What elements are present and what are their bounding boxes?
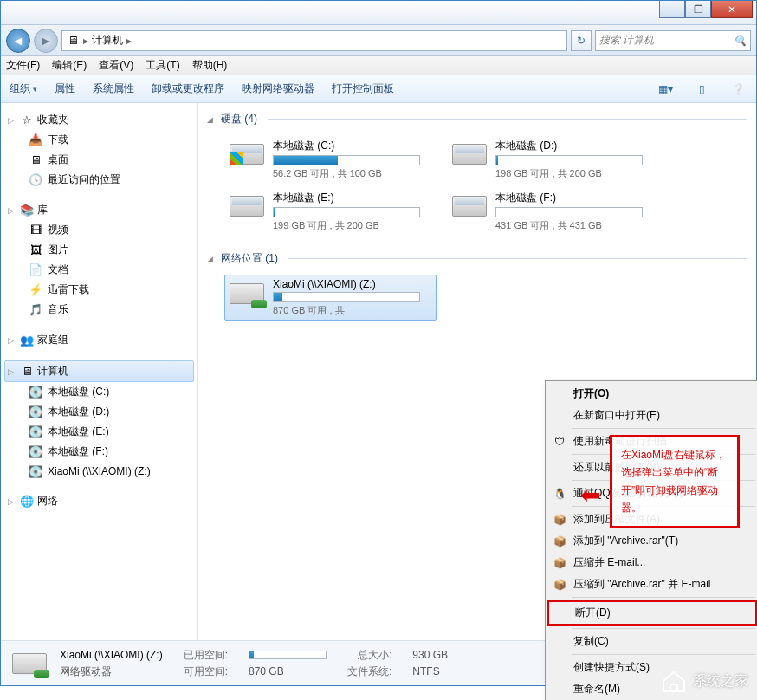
computer-icon: 🖥	[20, 365, 34, 379]
nav-drive-c[interactable]: 💽本地磁盘 (C:)	[4, 382, 194, 402]
toolbar: 组织 属性 系统属性 卸载或更改程序 映射网络驱动器 打开控制面板 ▦▾ ▯ ❔	[1, 75, 756, 103]
ctx-copy[interactable]: 复制(C)	[547, 631, 757, 652]
group-network[interactable]: ◢网络位置 (1)	[207, 248, 747, 269]
preview-pane-button[interactable]: ▯	[692, 80, 711, 99]
qq-icon: 🐧	[553, 487, 566, 501]
drive-icon: 💽	[29, 445, 42, 459]
navbar: ◄ ► 🖥 ▸ 计算机 ▸ ↻ 搜索 计算机 🔍	[1, 25, 756, 56]
ctx-disconnect[interactable]: 断开(D)	[547, 600, 757, 626]
ctx-addrar[interactable]: 📦添加到 "Archive.rar"(T)	[547, 530, 757, 552]
status-title: XiaoMi (\\XIAOMI) (Z:)	[60, 649, 163, 661]
netdrive-icon: 💽	[29, 464, 42, 478]
nav-network[interactable]: ▷🌐网络	[4, 491, 194, 511]
watermark: 系统之家	[660, 669, 748, 693]
close-button[interactable]: ✕	[711, 1, 753, 18]
properties-button[interactable]: 属性	[55, 81, 75, 96]
nav-pictures[interactable]: 🖼图片	[4, 240, 194, 260]
menu-file[interactable]: 文件(F)	[6, 58, 40, 73]
nav-music[interactable]: 🎵音乐	[4, 300, 194, 320]
address-bar[interactable]: 🖥 ▸ 计算机 ▸	[61, 30, 567, 51]
maximize-button[interactable]: ❐	[685, 1, 711, 18]
view-options-button[interactable]: ▦▾	[656, 80, 675, 99]
status-free-label: 可用空间:	[184, 664, 228, 679]
organize-button[interactable]: 组织	[10, 81, 37, 96]
sidebar: ▷☆收藏夹 📥下载 🖥桌面 🕓最近访问的位置 ▷📚库 🎞视频 🖼图片 📄文档 ⚡…	[1, 103, 198, 640]
breadcrumb-sep: ▸	[126, 35, 132, 47]
sysprops-button[interactable]: 系统属性	[93, 81, 134, 96]
network-icon: 🌐	[20, 495, 34, 509]
search-icon: 🔍	[734, 35, 747, 47]
nav-drive-e[interactable]: 💽本地磁盘 (E:)	[4, 422, 194, 442]
ctx-open[interactable]: 打开(O)	[547, 383, 757, 405]
music-icon: 🎵	[29, 303, 42, 317]
drive-item[interactable]: 本地磁盘 (C:) 56.2 GB 可用 , 共 100 GB	[224, 135, 437, 184]
content-pane: ◢硬盘 (4) 本地磁盘 (C:) 56.2 GB 可用 , 共 100 GB …	[198, 103, 756, 640]
menubar: 文件(F) 编辑(E) 查看(V) 工具(T) 帮助(H)	[1, 56, 756, 75]
drive-name: 本地磁盘 (F:)	[495, 191, 656, 205]
nav-drive-z[interactable]: 💽XiaoMi (\\XIAOMI) (Z:)	[4, 462, 194, 481]
nav-computer[interactable]: ▷🖥计算机	[4, 360, 194, 382]
drive-icon	[450, 191, 488, 222]
drive-icon: 💽	[29, 405, 42, 419]
computer-icon: 🖥	[66, 34, 80, 48]
drive-bar	[495, 207, 643, 217]
breadcrumb-sep: ▸	[83, 35, 88, 47]
nav-homegroup[interactable]: ▷👥家庭组	[4, 330, 194, 350]
star-icon: ☆	[20, 113, 34, 127]
nav-libraries[interactable]: ▷📚库	[4, 200, 194, 220]
drive-stat: 870 GB 可用 , 共	[273, 304, 433, 317]
annotation-arrow: ⬅	[580, 481, 600, 509]
forward-button[interactable]: ►	[34, 29, 58, 53]
menu-edit[interactable]: 编辑(E)	[52, 58, 87, 73]
drive-stat: 198 GB 可用 , 共 200 GB	[495, 167, 656, 180]
nav-documents[interactable]: 📄文档	[4, 260, 194, 280]
download-icon: 📥	[29, 133, 42, 147]
library-icon: 📚	[20, 204, 34, 217]
drive-stat: 56.2 GB 可用 , 共 100 GB	[273, 167, 433, 180]
ctx-newwindow[interactable]: 在新窗口中打开(E)	[547, 405, 757, 426]
nav-videos[interactable]: 🎞视频	[4, 220, 194, 240]
archive-icon: 📦	[553, 535, 566, 548]
ctx-zipmail[interactable]: 📦压缩并 E-mail...	[547, 552, 757, 574]
drive-item[interactable]: 本地磁盘 (D:) 198 GB 可用 , 共 200 GB	[447, 135, 659, 184]
uninstall-button[interactable]: 卸载或更改程序	[152, 81, 224, 96]
group-hdd[interactable]: ◢硬盘 (4)	[207, 108, 747, 130]
drive-bar	[495, 155, 643, 165]
titlebar: — ❐ ✕	[1, 1, 756, 25]
drive-name: 本地磁盘 (E:)	[273, 191, 433, 205]
document-icon: 📄	[29, 263, 42, 277]
ctx-zipmailrar[interactable]: 📦压缩到 "Archive.rar" 并 E-mail	[547, 574, 757, 595]
nav-desktop[interactable]: 🖥桌面	[4, 150, 194, 170]
search-input[interactable]: 搜索 计算机 🔍	[595, 30, 751, 51]
menu-view[interactable]: 查看(V)	[99, 58, 133, 73]
mapnet-button[interactable]: 映射网络驱动器	[242, 81, 314, 96]
house-icon	[660, 669, 688, 693]
status-fs-label: 文件系统:	[347, 664, 391, 679]
drive-bar	[273, 207, 420, 217]
refresh-button[interactable]: ↻	[571, 30, 592, 51]
picture-icon: 🖼	[29, 243, 42, 257]
menu-tools[interactable]: 工具(T)	[146, 58, 179, 73]
drive-icon: 💽	[29, 386, 42, 399]
ctrlpanel-button[interactable]: 打开控制面板	[332, 81, 394, 96]
nav-drive-f[interactable]: 💽本地磁盘 (F:)	[4, 442, 194, 462]
nav-drive-d[interactable]: 💽本地磁盘 (D:)	[4, 402, 194, 422]
drive-bar	[273, 155, 420, 165]
minimize-button[interactable]: —	[659, 1, 685, 18]
drive-item[interactable]: 本地磁盘 (E:) 199 GB 可用 , 共 200 GB	[224, 187, 437, 236]
video-icon: 🎞	[29, 224, 42, 237]
help-button[interactable]: ❔	[728, 80, 747, 99]
nav-downloads[interactable]: 📥下载	[4, 130, 194, 150]
menu-help[interactable]: 帮助(H)	[192, 58, 228, 73]
archive-icon: 📦	[553, 578, 566, 592]
nav-recent[interactable]: 🕓最近访问的位置	[4, 170, 194, 190]
collapse-icon: ◢	[207, 255, 216, 263]
nav-favorites[interactable]: ▷☆收藏夹	[4, 110, 194, 130]
drive-item[interactable]: XiaoMi (\\XIAOMI) (Z:) 870 GB 可用 , 共	[224, 275, 437, 321]
nav-thunder[interactable]: ⚡迅雷下载	[4, 280, 194, 300]
annotation-box: 在XiaoMi盘右键鼠标，选择弹出菜单中的“断开”即可卸载网络驱动器。	[610, 435, 740, 528]
back-button[interactable]: ◄	[6, 29, 30, 53]
breadcrumb[interactable]: 计算机	[92, 33, 123, 48]
status-used-label: 已用空间:	[184, 648, 228, 663]
drive-item[interactable]: 本地磁盘 (F:) 431 GB 可用 , 共 431 GB	[447, 187, 659, 236]
